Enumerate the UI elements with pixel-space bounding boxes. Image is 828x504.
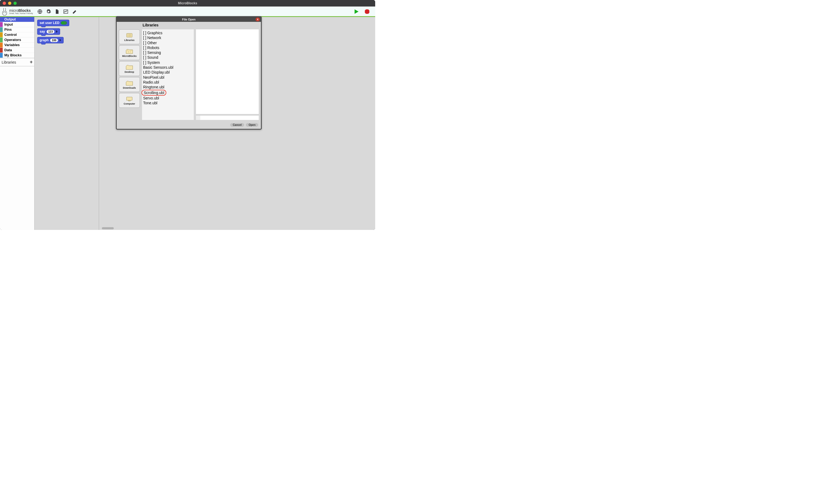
category-label: Variables (4, 43, 20, 47)
window-controls (0, 2, 17, 5)
file-item[interactable]: Scrolling.ubl (141, 90, 166, 96)
block-say[interactable]: say 123 (37, 28, 60, 35)
block-graph[interactable]: graph 100 (37, 37, 64, 43)
cat-icon (126, 48, 133, 54)
gear-icon (46, 9, 51, 14)
category-label: My Blocks (4, 53, 22, 57)
file-item[interactable]: Tone.ubl (142, 101, 158, 105)
folder-shortcut-libraries[interactable]: Libraries (119, 29, 140, 44)
svg-point-9 (128, 51, 129, 52)
run-button[interactable] (352, 7, 361, 16)
file-item[interactable]: Basic Sensors.ubl (142, 65, 174, 70)
file-item[interactable]: [ ] System (142, 60, 160, 65)
category-label: Pins (4, 28, 11, 32)
category-color-swatch (0, 17, 3, 22)
zoom-window-button[interactable] (13, 2, 17, 5)
filename-bar (196, 116, 259, 120)
folder-shortcut-computer[interactable]: Computer (119, 93, 140, 108)
file-item[interactable]: Ringtone.ubl (142, 85, 165, 89)
category-color-swatch (0, 32, 3, 37)
file-item[interactable]: NeoPixel.ubl (142, 75, 165, 80)
file-item[interactable]: [ ] Sound (142, 55, 159, 59)
category-label: Control (4, 33, 17, 37)
folder-icon (126, 80, 133, 86)
category-data[interactable]: Data (0, 48, 34, 53)
libraries-header: Libraries + (0, 58, 34, 66)
file-item[interactable]: [ ] Other (142, 41, 157, 45)
block-label: graph (40, 38, 48, 42)
app-logo: microBlocks Small, Fast, Human Friendly (2, 7, 36, 16)
bunny-icon (2, 7, 8, 16)
connect-button[interactable] (70, 7, 79, 16)
file-item[interactable]: [ ] Network (142, 36, 162, 40)
usb-icon (72, 9, 77, 14)
folder-label: MicroBlocks (122, 55, 137, 57)
file-item[interactable]: Servo.ubl (142, 96, 160, 100)
category-output[interactable]: Output (0, 17, 34, 22)
category-variables[interactable]: Variables (0, 43, 34, 48)
category-color-swatch (0, 48, 3, 52)
window-title: MicroBlocks (0, 1, 375, 5)
svg-point-0 (3, 12, 4, 13)
dialog-title: File Open (182, 18, 196, 21)
file-button[interactable] (53, 7, 61, 16)
dialog-close-button[interactable]: X (255, 17, 260, 21)
expand-icon[interactable] (59, 39, 61, 42)
language-button[interactable] (36, 7, 44, 16)
file-item[interactable]: [ ] Sensing (142, 50, 161, 55)
category-list: OutputInputPinsControlOperatorsVariables… (0, 17, 34, 58)
file-icon (54, 9, 60, 14)
toolbar: microBlocks Small, Fast, Human Friendly (0, 6, 375, 16)
folder-shortcut-downloads[interactable]: Downloads (119, 77, 140, 92)
svg-rect-11 (127, 97, 132, 100)
category-pins[interactable]: Pins (0, 27, 34, 32)
settings-button[interactable] (44, 7, 53, 16)
computer-icon (126, 96, 133, 102)
minimize-window-button[interactable] (8, 2, 11, 5)
folder-label: Desktop (125, 71, 134, 73)
titlebar: MicroBlocks (0, 0, 375, 6)
file-list[interactable]: [ ] Graphics[ ] Network[ ] Other[ ] Robo… (142, 29, 194, 120)
close-window-button[interactable] (3, 2, 6, 5)
category-control[interactable]: Control (0, 32, 34, 37)
cancel-button[interactable]: Cancel (230, 123, 244, 127)
svg-rect-12 (129, 100, 130, 101)
graph-value-input[interactable]: 100 (50, 39, 58, 42)
graph-icon (63, 9, 69, 14)
file-item[interactable]: [ ] Robots (142, 46, 160, 50)
category-color-swatch (0, 53, 3, 58)
say-value-input[interactable]: 123 (47, 30, 54, 33)
file-open-dialog: File Open X Libraries LibrariesMicroBloc… (116, 16, 262, 130)
folder-label: Libraries (124, 39, 134, 42)
category-operators[interactable]: Operators (0, 37, 34, 43)
hscroll-thumb[interactable] (102, 227, 114, 229)
category-color-swatch (0, 37, 3, 42)
led-toggle[interactable] (61, 21, 67, 25)
folder-shortcut-microblocks[interactable]: MicroBlocks (119, 45, 140, 60)
stop-button[interactable] (363, 7, 371, 16)
expand-icon[interactable] (56, 30, 58, 33)
logo-text: microBlocks (9, 9, 33, 12)
folder-shortcut-desktop[interactable]: Desktop (119, 61, 140, 76)
graph-button[interactable] (61, 7, 70, 16)
category-my-blocks[interactable]: My Blocks (0, 53, 34, 58)
add-library-button[interactable]: + (30, 59, 33, 65)
category-color-swatch (0, 43, 3, 47)
filename-field[interactable] (202, 116, 259, 120)
dialog-location-label: Libraries (142, 23, 159, 27)
open-button[interactable]: Open (246, 123, 258, 127)
file-item[interactable]: [ ] Graphics (142, 31, 163, 35)
category-label: Input (4, 23, 13, 27)
category-color-swatch (0, 22, 3, 27)
play-icon (354, 9, 359, 14)
file-item[interactable]: LED Display.ubl (142, 70, 170, 74)
block-set-user-led[interactable]: set user LED (37, 20, 69, 26)
file-item[interactable]: Radio.ubl (142, 80, 160, 84)
folder-icon (126, 64, 133, 70)
category-input[interactable]: Input (0, 22, 34, 27)
svg-point-10 (130, 51, 131, 52)
svg-point-1 (5, 12, 6, 13)
folder-label: Computer (124, 102, 135, 105)
category-color-swatch (0, 27, 3, 32)
stop-icon (364, 9, 370, 14)
